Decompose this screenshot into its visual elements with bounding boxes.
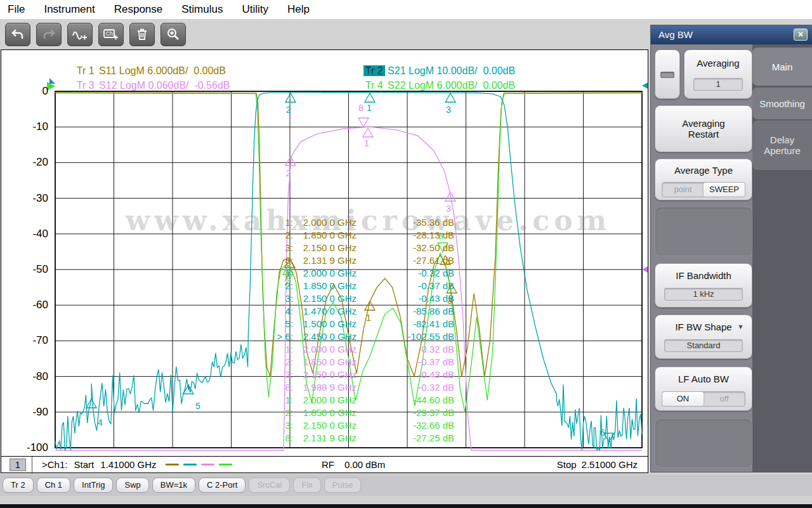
marker-frequency: 2.000 0 GHz — [293, 343, 357, 356]
delete-button[interactable] — [129, 23, 155, 46]
marker-frequency: 2.150 0 GHz — [293, 368, 357, 381]
menu-utility[interactable]: Utility — [242, 3, 268, 16]
marker-row: 5: 1.500 0 GHz -82.41 dB — [268, 318, 458, 330]
marker-frequency: 1.470 0 GHz — [293, 305, 357, 318]
status-button[interactable]: Fix — [293, 478, 320, 493]
marker-value: -32.50 dB — [357, 242, 454, 254]
if-bw-shape-button[interactable]: IF BW Shape ▼ Standard — [655, 315, 752, 359]
reference-arrow — [642, 81, 648, 90]
menu-stimulus[interactable]: Stimulus — [181, 3, 223, 16]
add-channel-button[interactable]: Ch — [98, 23, 124, 46]
marker-number: 1: — [268, 343, 293, 356]
marker-value: -0.37 dB — [357, 280, 454, 292]
lf-auto-bw-on-option[interactable]: ON — [662, 392, 704, 406]
zoom-in-icon — [166, 27, 181, 41]
lf-auto-bw-button[interactable]: LF Auto BW ON off — [655, 367, 752, 411]
rf-power[interactable]: 0.00 dBm — [344, 459, 385, 470]
averaging-label: Averaging — [684, 58, 752, 68]
panel-title: Avg BW — [658, 29, 693, 40]
marker-row: 3: 2.150 0 GHz -0.43 dB — [268, 292, 458, 305]
start-label: Start — [74, 459, 94, 470]
average-type-segmented: point SWEEP — [662, 182, 745, 197]
zoom-button[interactable] — [160, 23, 186, 46]
averaging-toggle-button[interactable] — [655, 49, 680, 99]
marker-value: -27.61 dB — [357, 254, 454, 267]
redo-button[interactable] — [36, 23, 62, 46]
menu-help[interactable]: Help — [287, 3, 310, 16]
marker-frequency: 1.850 0 GHz — [293, 407, 357, 419]
stop-label: Stop — [557, 459, 577, 470]
y-axis-tick: -100 — [22, 441, 48, 454]
channel-footer: 1 >Ch1: Start 1.41000 GHz RF 0.00 dBm St… — [1, 456, 648, 473]
measurement-panel[interactable]: Tr 1 S11 LogM 6.000dB/ 0.00dB Tr 2 S21 L… — [1, 49, 648, 473]
marker-frequency: 2.131 9 GHz — [293, 432, 357, 445]
panel-header[interactable]: Avg BW × — [651, 25, 812, 44]
trace-legend — [166, 464, 232, 466]
tab-main[interactable]: Main — [752, 48, 812, 86]
y-axis-tick: -40 — [22, 228, 48, 240]
channel-number-badge[interactable]: 1 — [10, 459, 26, 471]
status-button[interactable]: Tr 2 — [3, 478, 34, 493]
status-button[interactable]: SrcCal — [249, 478, 290, 493]
marker-label: 2 — [286, 168, 291, 178]
status-button[interactable]: IntTrig — [74, 478, 113, 493]
y-axis-tick: -90 — [22, 406, 48, 419]
menu-bar: File Instrument Response Stimulus Utilit… — [0, 0, 812, 19]
status-button[interactable]: Pulse — [324, 478, 362, 493]
footer-divider — [32, 457, 32, 474]
marker-label: 5 — [195, 401, 200, 411]
marker-row: 2: 1.850 0 GHz -0.37 dB — [268, 356, 458, 368]
y-axis-tick: -60 — [22, 299, 48, 311]
marker-number: 8: — [268, 381, 293, 394]
marker-value: -0.32 dB — [357, 343, 454, 356]
status-button[interactable]: C 2-Port — [199, 478, 246, 493]
marker-number: 1: — [268, 394, 293, 407]
marker-triangle — [365, 93, 375, 102]
menu-instrument[interactable]: Instrument — [44, 3, 95, 16]
average-type-label: Average Type — [655, 165, 752, 176]
marker-number: 2: — [268, 229, 293, 242]
y-axis-tick: 0 — [22, 85, 48, 98]
rf-label: RF — [322, 459, 334, 470]
average-type-button[interactable]: Average Type point SWEEP — [655, 159, 752, 200]
average-type-point-option[interactable]: point — [662, 183, 704, 197]
marker-row: 1: 2.000 0 GHz -44.60 dB — [268, 394, 458, 407]
close-icon: × — [798, 29, 803, 39]
marker-value: -0.43 dB — [357, 292, 454, 305]
averaging-button[interactable]: Averaging 1 — [684, 49, 752, 99]
marker-value: -29.37 dB — [357, 407, 454, 419]
status-button[interactable]: Swp — [116, 478, 148, 493]
tab-smoothing[interactable]: Smoothing — [752, 88, 812, 119]
status-button[interactable]: Ch 1 — [37, 478, 70, 493]
marker-frequency: 2.000 0 GHz — [293, 216, 357, 229]
undo-icon — [10, 27, 25, 41]
average-type-sweep-option[interactable]: SWEEP — [704, 183, 745, 197]
marker-label: 1 — [364, 138, 369, 148]
marker-number: 3: — [268, 419, 293, 432]
menu-file[interactable]: File — [8, 3, 25, 16]
close-button[interactable]: × — [794, 29, 808, 41]
marker-value: -32.66 dB — [357, 419, 454, 432]
averaging-restart-button[interactable]: Averaging Restart — [655, 105, 752, 152]
marker-row: 1: 2.000 0 GHz -0.32 dB — [268, 343, 458, 356]
lf-auto-bw-off-option[interactable]: off — [704, 392, 745, 406]
tab-delay-aperture[interactable]: Delay Aperture — [752, 120, 812, 170]
marker-frequency: 1.988 9 GHz — [293, 381, 357, 394]
start-frequency[interactable]: 1.41000 GHz — [100, 459, 156, 470]
legend-dash — [183, 464, 197, 466]
add-trace-button[interactable] — [67, 23, 93, 46]
marker-group: 1: 2.000 0 GHz -0.32 dB 2: 1.850 0 GHz -… — [268, 343, 458, 394]
marker-number: 1: — [268, 267, 293, 280]
marker-row: 3: 2.150 0 GHz -0.43 dB — [268, 368, 458, 381]
if-bandwidth-label: IF Bandwidth — [655, 270, 752, 281]
stop-frequency[interactable]: 2.51000 GHz — [582, 459, 638, 470]
menu-response[interactable]: Response — [114, 3, 163, 16]
undo-button[interactable] — [5, 23, 30, 46]
marker-number: 3: — [268, 368, 293, 381]
marker-row: 4: 1.470 0 GHz -85.86 dB — [268, 305, 458, 318]
status-button[interactable]: BW=1k — [152, 478, 195, 493]
trash-icon — [134, 27, 150, 41]
if-bandwidth-value: 1 kHz — [664, 288, 743, 301]
if-bandwidth-button[interactable]: IF Bandwidth 1 kHz — [655, 263, 752, 308]
marker-frequency: 2.000 0 GHz — [293, 394, 357, 407]
